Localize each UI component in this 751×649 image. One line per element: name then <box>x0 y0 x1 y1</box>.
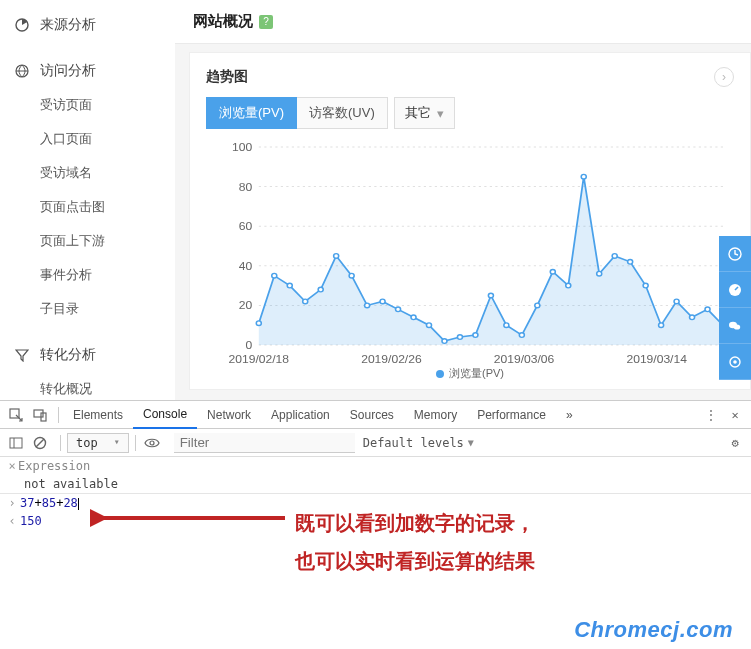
svg-point-19 <box>334 254 339 259</box>
target-icon[interactable] <box>719 344 751 380</box>
eye-icon[interactable] <box>142 433 162 453</box>
tab-overflow[interactable]: » <box>556 401 583 429</box>
result-value: 150 <box>20 514 42 528</box>
card-next-button[interactable]: › <box>714 67 734 87</box>
filter-input[interactable] <box>174 433 355 453</box>
svg-point-62 <box>150 441 154 445</box>
svg-point-31 <box>519 333 524 338</box>
inspect-icon[interactable] <box>6 405 26 425</box>
sidebar-item-subdir[interactable]: 子目录 <box>0 292 175 326</box>
svg-point-17 <box>303 299 308 304</box>
funnel-icon <box>14 347 30 363</box>
chevron-down-icon: ▼ <box>468 437 474 448</box>
separator <box>135 435 136 451</box>
chevron-down-icon: ▾ <box>437 106 444 121</box>
globe-icon <box>14 63 30 79</box>
svg-text:2019/02/26: 2019/02/26 <box>361 353 421 364</box>
token-num: 37 <box>20 496 34 510</box>
svg-point-40 <box>659 323 664 328</box>
expression-label: Expression <box>18 459 90 473</box>
tab-elements[interactable]: Elements <box>63 401 133 429</box>
tab-memory[interactable]: Memory <box>404 401 467 429</box>
tab-sources[interactable]: Sources <box>340 401 404 429</box>
svg-point-20 <box>349 273 354 278</box>
tab-application[interactable]: Application <box>261 401 340 429</box>
tab-other-select[interactable]: 其它 ▾ <box>394 97 455 129</box>
svg-point-41 <box>674 299 679 304</box>
main: 网站概况 ? 趋势图 › 浏览量(PV) 访客数(UV) 其它 ▾ 020406… <box>175 0 751 400</box>
watermark: Chromecj.com <box>574 617 733 643</box>
svg-point-30 <box>504 323 509 328</box>
svg-point-23 <box>396 307 401 312</box>
sidebar-group-conversion[interactable]: 转化分析 <box>0 338 175 372</box>
page-header: 网站概况 ? <box>175 0 751 44</box>
devtools-tabbar: Elements Console Network Application Sou… <box>0 401 751 429</box>
svg-point-38 <box>628 260 633 265</box>
devtools: Elements Console Network Application Sou… <box>0 400 751 649</box>
sidebar-item-event-analysis[interactable]: 事件分析 <box>0 258 175 292</box>
chart-legend: 浏览量(PV) <box>436 366 504 381</box>
sidebar-item-click-map[interactable]: 页面点击图 <box>0 190 175 224</box>
svg-point-15 <box>272 273 277 278</box>
sidebar-group-visit[interactable]: 访问分析 <box>0 54 175 88</box>
clock-icon[interactable] <box>719 236 751 272</box>
card-title: 趋势图 <box>206 68 248 86</box>
close-icon[interactable]: ✕ <box>725 408 745 422</box>
sidebar-item-page-flow[interactable]: 页面上下游 <box>0 224 175 258</box>
svg-text:0: 0 <box>245 339 252 350</box>
svg-point-18 <box>318 287 323 292</box>
gear-icon[interactable]: ⚙ <box>725 436 745 450</box>
sidebar-group-label: 转化分析 <box>40 346 96 364</box>
svg-text:60: 60 <box>239 221 252 232</box>
svg-point-25 <box>426 323 431 328</box>
svg-point-28 <box>473 333 478 338</box>
console-sidebar-toggle-icon[interactable] <box>6 433 26 453</box>
trend-card: 趋势图 › 浏览量(PV) 访客数(UV) 其它 ▾ 0204060801002… <box>189 52 751 390</box>
svg-point-52 <box>734 324 740 329</box>
svg-text:100: 100 <box>232 141 252 152</box>
tab-console[interactable]: Console <box>133 401 197 429</box>
svg-point-24 <box>411 315 416 320</box>
sidebar: 来源分析 访问分析 受访页面 入口页面 受访域名 页面点击图 页面上下游 事件分… <box>0 0 175 400</box>
levels-select[interactable]: Default levels ▼ <box>363 436 474 450</box>
legend-label: 浏览量(PV) <box>449 366 504 381</box>
help-badge-icon[interactable]: ? <box>259 15 273 29</box>
separator <box>58 407 59 423</box>
live-expression-value: not available <box>0 475 751 493</box>
svg-point-26 <box>442 339 447 344</box>
dashboard-icon[interactable] <box>719 272 751 308</box>
svg-point-42 <box>690 315 695 320</box>
svg-point-21 <box>365 303 370 308</box>
remove-icon[interactable]: × <box>6 459 18 473</box>
sidebar-item-entry-pages[interactable]: 入口页面 <box>0 122 175 156</box>
sidebar-group-source[interactable]: 来源分析 <box>0 8 175 42</box>
tab-other-label: 其它 <box>405 104 431 122</box>
console-input-row[interactable]: › 37+85+28 <box>0 494 751 512</box>
tab-pv[interactable]: 浏览量(PV) <box>206 97 297 129</box>
clear-console-icon[interactable] <box>30 433 50 453</box>
float-toolbar <box>719 236 751 380</box>
console-output-row: ‹ 150 <box>0 512 751 530</box>
live-expression-row[interactable]: × Expression <box>0 457 751 475</box>
svg-point-37 <box>612 254 617 259</box>
svg-point-34 <box>566 283 571 288</box>
svg-text:2019/02/18: 2019/02/18 <box>229 353 289 364</box>
sidebar-item-visited-pages[interactable]: 受访页面 <box>0 88 175 122</box>
wechat-icon[interactable] <box>719 308 751 344</box>
token-num: 85 <box>42 496 56 510</box>
device-icon[interactable] <box>30 405 50 425</box>
tab-network[interactable]: Network <box>197 401 261 429</box>
legend-dot-icon <box>436 370 444 378</box>
sidebar-item-visited-domains[interactable]: 受访域名 <box>0 156 175 190</box>
svg-point-39 <box>643 283 648 288</box>
tab-performance[interactable]: Performance <box>467 401 556 429</box>
kebab-icon[interactable]: ⋮ <box>701 405 721 425</box>
svg-point-36 <box>597 271 602 276</box>
page-title: 网站概况 <box>193 12 253 31</box>
not-available-text: not available <box>24 477 118 491</box>
levels-label: Default levels <box>363 436 464 450</box>
context-select[interactable]: top <box>67 433 129 453</box>
tab-uv[interactable]: 访客数(UV) <box>297 97 388 129</box>
token-num: 28 <box>63 496 77 510</box>
svg-point-43 <box>705 307 710 312</box>
